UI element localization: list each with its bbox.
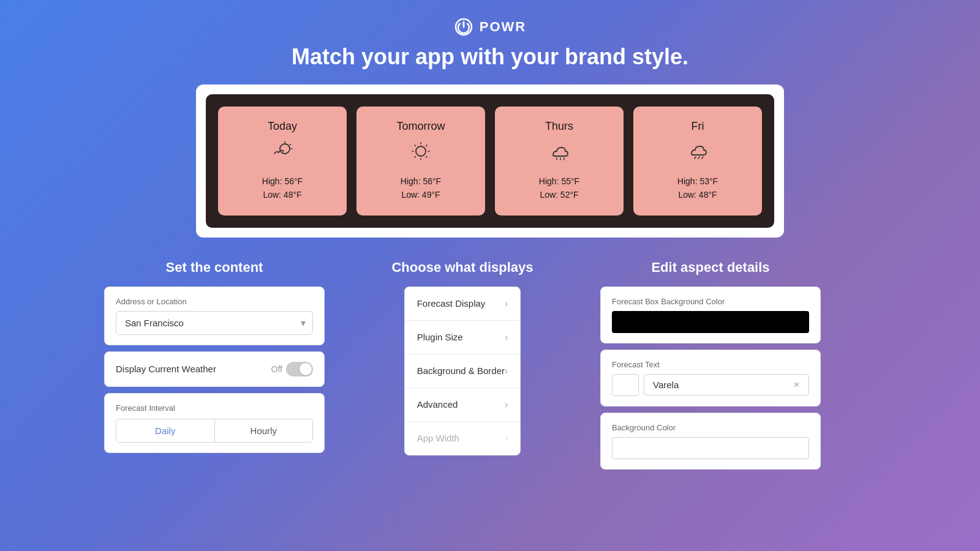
- address-card: Address or Location San Francisco ▾: [104, 287, 325, 345]
- power-icon: [454, 17, 473, 37]
- menu-card: Forecast Display › Plugin Size › Backgro…: [404, 287, 521, 455]
- font-clear-icon[interactable]: ✕: [793, 380, 800, 389]
- svg-line-18: [698, 157, 699, 159]
- forecast-text-color-swatch[interactable]: [612, 374, 639, 396]
- weather-day-2: Thurs: [545, 120, 573, 133]
- weather-icon-3: [687, 140, 709, 167]
- bg-color-label: Background Color: [612, 423, 809, 432]
- chevron-icon-4: ›: [505, 433, 508, 444]
- weather-icon-1: [410, 140, 432, 167]
- svg-line-3: [290, 144, 291, 146]
- chevron-icon-3: ›: [505, 399, 508, 410]
- menu-item-advanced[interactable]: Advanced ›: [405, 388, 521, 422]
- chevron-icon-2: ›: [505, 365, 508, 377]
- address-select[interactable]: San Francisco: [116, 311, 313, 335]
- weather-preview: Today High: 56°F Low: 48°F Tomorrow: [196, 84, 784, 238]
- weather-card-tomorrow: Tomorrow High: 56°F Low: 49°F: [356, 107, 485, 216]
- toggle-off-label: Off: [271, 364, 282, 374]
- forecast-text-card: Forecast Text Varela ✕: [600, 350, 821, 407]
- menu-item-app-width[interactable]: App Width ›: [405, 422, 521, 455]
- svg-point-1: [280, 144, 290, 154]
- toggle-knob: [300, 363, 312, 375]
- weather-temp-1: High: 56°F Low: 49°F: [401, 174, 441, 202]
- weather-temp-0: High: 56°F Low: 48°F: [262, 174, 303, 202]
- display-current-weather-card: Display Current Weather Off: [104, 351, 325, 387]
- font-tag: Varela: [653, 380, 679, 390]
- bottom-section: Set the content Address or Location San …: [104, 260, 876, 476]
- forecast-interval-card: Forecast Interval Daily Hourly: [104, 393, 325, 453]
- weather-day-3: Fri: [692, 120, 704, 133]
- chevron-icon-1: ›: [505, 332, 508, 343]
- weather-card-fri: Fri High: 53°F Low: 48°F: [633, 107, 762, 216]
- right-panel-title: Edit aspect details: [651, 260, 769, 276]
- chevron-icon-0: ›: [505, 298, 508, 309]
- weather-icon-2: [548, 140, 570, 167]
- svg-line-11: [426, 157, 428, 158]
- svg-point-5: [416, 146, 426, 156]
- interval-buttons: Daily Hourly: [116, 419, 313, 443]
- font-name: Varela: [653, 380, 679, 390]
- svg-line-10: [415, 145, 416, 146]
- weather-icon-0: [271, 140, 293, 167]
- forecast-bg-color-card: Forecast Box Background Color: [600, 287, 821, 343]
- header: POWR Match your app with your brand styl…: [292, 0, 688, 70]
- address-select-wrapper[interactable]: San Francisco ▾: [116, 311, 313, 335]
- menu-item-plugin-size[interactable]: Plugin Size ›: [405, 321, 521, 354]
- brand-logo: POWR: [454, 17, 526, 37]
- font-select[interactable]: Varela ✕: [644, 374, 809, 395]
- forecast-text-row: Varela ✕: [612, 374, 809, 396]
- svg-line-12: [426, 145, 428, 146]
- toggle-container[interactable]: Off: [271, 362, 313, 377]
- display-current-weather-label: Display Current Weather: [116, 364, 216, 374]
- menu-item-background-border[interactable]: Background & Border ›: [405, 354, 521, 388]
- weather-card-thurs: Thurs High: 55°F Low: 52°F: [495, 107, 624, 216]
- middle-panel: Choose what displays Forecast Display › …: [349, 260, 576, 476]
- forecast-bg-color-label: Forecast Box Background Color: [612, 297, 809, 306]
- toggle-switch[interactable]: [286, 362, 313, 377]
- forecast-text-label: Forecast Text: [612, 360, 809, 369]
- bg-color-swatch[interactable]: [612, 437, 809, 459]
- weather-day-1: Tomorrow: [396, 120, 445, 133]
- svg-line-19: [702, 157, 703, 159]
- svg-line-17: [695, 157, 696, 159]
- left-panel: Set the content Address or Location San …: [104, 260, 325, 476]
- weather-temp-3: High: 53°F Low: 48°F: [677, 174, 718, 202]
- weather-day-0: Today: [268, 120, 297, 133]
- hourly-button[interactable]: Hourly: [215, 419, 313, 442]
- weather-strip: Today High: 56°F Low: 48°F Tomorrow: [206, 94, 774, 228]
- svg-line-13: [415, 157, 416, 158]
- address-label: Address or Location: [116, 297, 313, 306]
- forecast-interval-label: Forecast Interval: [116, 403, 313, 413]
- daily-button[interactable]: Daily: [116, 419, 214, 442]
- tagline: Match your app with your brand style.: [292, 44, 688, 70]
- bg-color-card: Background Color: [600, 413, 821, 470]
- forecast-bg-color-swatch[interactable]: [612, 311, 809, 333]
- middle-panel-title: Choose what displays: [391, 260, 533, 276]
- weather-temp-2: High: 55°F Low: 52°F: [539, 174, 579, 202]
- toggle-row: Display Current Weather Off: [116, 362, 313, 377]
- right-panel: Edit aspect details Forecast Box Backgro…: [600, 260, 821, 476]
- weather-card-today: Today High: 56°F Low: 48°F: [218, 107, 347, 216]
- left-panel-title: Set the content: [166, 260, 263, 276]
- menu-item-forecast-display[interactable]: Forecast Display ›: [405, 287, 521, 321]
